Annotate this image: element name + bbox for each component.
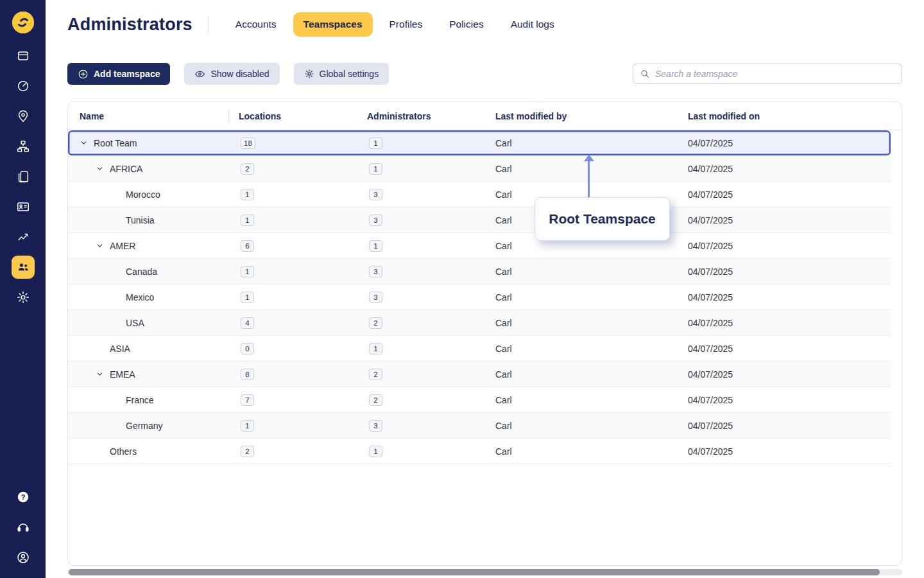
sidebar-item-analytics[interactable] [12,225,35,249]
name-cell: AFRICA [68,164,239,174]
modified-on: 04/07/2025 [688,267,891,277]
modified-by: Carl [495,344,688,354]
modified-on: 04/07/2025 [688,189,891,200]
tab-policies[interactable]: Policies [439,12,493,37]
column-header-administrators[interactable]: Administrators [367,111,495,121]
sidebar-item-gauge[interactable] [12,74,35,98]
name-cell: Root Team [68,138,239,148]
locations-badge: 7 [241,394,254,406]
eye-icon [194,69,205,80]
tab-accounts[interactable]: Accounts [225,12,287,37]
horizontal-scrollbar[interactable] [67,569,902,575]
scrollbar-thumb[interactable] [69,569,880,575]
global-settings-label: Global settings [320,69,379,79]
analytics-icon [16,230,30,244]
gear-icon [304,69,314,79]
sidebar-item-cards[interactable] [12,165,35,188]
column-header-locations[interactable]: Locations [239,111,367,121]
modified-on: 04/07/2025 [688,344,891,354]
chevron-down-icon[interactable] [80,139,88,147]
tab-profiles[interactable]: Profiles [379,12,433,37]
row-name: Root Team [94,138,137,148]
sidebar-item-account[interactable] [12,546,35,569]
sidebar-item-contact-card[interactable] [12,195,35,218]
locations-badge: 1 [241,292,254,303]
sidebar-item-org-chart[interactable] [12,135,35,158]
column-resize-divider[interactable] [228,110,229,123]
table-row[interactable]: Morocco 1 3 Carl 04/07/2025 [68,182,891,207]
name-cell: Others [68,446,239,457]
teamspaces-table: Name Locations Administrators Last modif… [67,101,902,566]
sidebar-bottom: ? [12,486,35,569]
row-name: Canada [126,267,157,277]
table-row[interactable]: ASIA 0 1 Carl 04/07/2025 [68,336,891,362]
profile-icon [16,550,30,565]
administrators-badge: 1 [369,240,382,252]
table-row[interactable]: AFRICA 2 1 Carl 04/07/2025 [68,156,891,182]
administrators-badge: 3 [369,215,382,226]
name-cell: Mexico [68,292,239,302]
sidebar-item-help[interactable]: ? [12,486,35,509]
name-cell: ASIA [68,344,239,354]
name-cell: Canada [68,267,239,277]
global-settings-button[interactable]: Global settings [294,63,389,85]
sidebar-item-users[interactable] [12,256,35,279]
column-header-last-modified-by[interactable]: Last modified by [495,111,688,121]
chevron-down-icon[interactable] [96,241,104,250]
table-row[interactable]: France 7 2 Carl 04/07/2025 [68,387,891,413]
table-row[interactable]: Root Team 18 1 Carl 04/07/2025 [68,130,891,156]
gauge-icon [16,79,30,93]
table-header: Name Locations Administrators Last modif… [68,102,902,130]
tab-teamspaces[interactable]: Teamspaces [293,12,373,37]
add-teamspace-button[interactable]: Add teamspace [67,63,170,85]
modified-on: 04/07/2025 [688,318,891,328]
contact-card-icon [16,200,30,214]
sidebar-item-settings[interactable] [12,286,35,309]
name-cell: AMER [68,241,239,251]
show-disabled-label: Show disabled [210,69,269,79]
modified-by: Carl [495,446,688,457]
show-disabled-button[interactable]: Show disabled [184,63,279,85]
sidebar-item-support[interactable] [12,516,35,539]
toolbar: Add teamspace Show disabled Global setti… [67,63,902,85]
row-name: AFRICA [110,164,142,174]
sidebar-item-locations[interactable] [12,105,35,128]
name-cell: France [68,395,239,405]
sidebar-item-card[interactable] [12,44,35,67]
table-row[interactable]: Tunisia 1 3 Carl 04/07/2025 [68,207,891,233]
column-header-last-modified-on[interactable]: Last modified on [688,111,902,121]
row-name: USA [126,318,144,328]
topbar: Administrators Accounts Teamspaces Profi… [46,0,924,49]
app-logo-icon [12,12,34,33]
table-row[interactable]: USA 4 2 Carl 04/07/2025 [68,310,891,336]
column-header-name[interactable]: Name [68,111,239,121]
title-divider [208,16,209,33]
locations-badge: 2 [241,446,254,457]
header-tabs: Accounts Teamspaces Profiles Policies Au… [225,12,565,37]
search-input[interactable] [655,69,895,79]
table-row[interactable]: Others 2 1 Carl 04/07/2025 [68,439,891,464]
administrators-badge: 1 [369,163,382,175]
table-row[interactable]: AMER 6 1 Carl 04/07/2025 [68,233,891,259]
chevron-down-icon[interactable] [96,370,104,378]
app-logo[interactable] [12,12,34,33]
row-name: Mexico [126,292,154,302]
modified-by: Carl [495,318,688,328]
locations-badge: 18 [241,137,255,149]
modified-by: Carl [495,241,688,251]
search-icon [640,69,650,79]
table-row[interactable]: EMEA 8 2 Carl 04/07/2025 [68,362,891,387]
table-row[interactable]: Canada 1 3 Carl 04/07/2025 [68,259,891,285]
tab-audit-logs[interactable]: Audit logs [501,12,565,37]
row-name: Germany [126,421,163,431]
modified-by: Carl [495,369,688,380]
modified-by: Carl [495,395,688,405]
locations-badge: 1 [241,266,254,277]
table-row[interactable]: Mexico 1 3 Carl 04/07/2025 [68,285,891,310]
administrators-badge: 3 [369,292,382,303]
modified-on: 04/07/2025 [688,395,891,405]
table-row[interactable]: Germany 1 3 Carl 04/07/2025 [68,413,891,439]
administrators-badge: 3 [369,420,382,432]
locations-badge: 1 [241,420,254,432]
chevron-down-icon[interactable] [96,164,104,173]
